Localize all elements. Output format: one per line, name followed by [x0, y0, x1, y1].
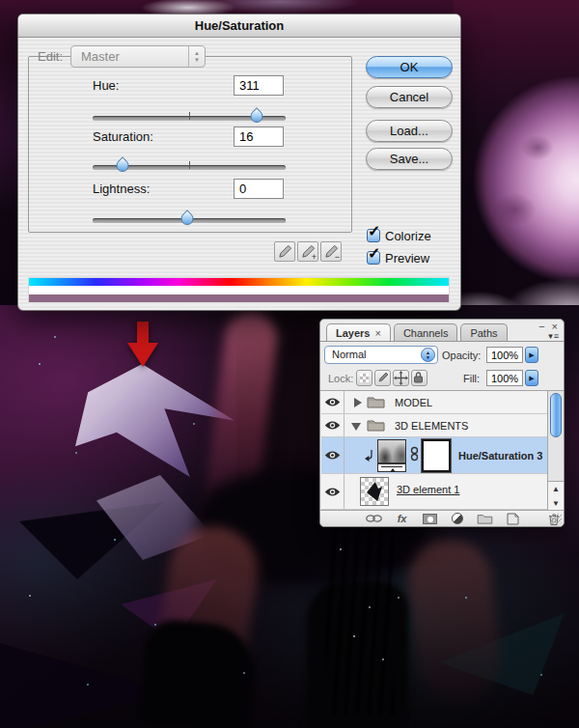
adjustment-groupbox [28, 56, 352, 233]
eyedropper-icon [278, 244, 292, 259]
lock-transparency-button[interactable] [356, 370, 372, 386]
expand-collapsed-icon[interactable] [354, 398, 362, 407]
fill-label: Fill: [463, 373, 480, 384]
mask-link-icon[interactable] [410, 446, 419, 462]
group-folder-icon [367, 418, 385, 432]
layer-row-3d-elements[interactable]: 3D ELEMENTS [321, 414, 547, 437]
panel-menu-icon[interactable]: ▾≡ [548, 331, 560, 341]
blend-mode-value: Normal [332, 349, 366, 360]
lock-pixels-button[interactable] [374, 370, 391, 386]
link-layers-button[interactable] [365, 512, 384, 525]
lock-position-button[interactable] [393, 370, 409, 386]
add-eyedropper-button[interactable]: + [297, 241, 318, 262]
eyedropper-buttons: + − [274, 241, 342, 262]
saturation-label: Saturation: [93, 129, 153, 144]
slider-center-tick [189, 112, 190, 120]
load-button[interactable]: Load... [366, 120, 453, 142]
dialog-titlebar[interactable]: Hue/Saturation [18, 14, 460, 38]
opacity-label: Opacity: [442, 350, 481, 361]
panel-footer-toolbar: fx [320, 510, 564, 526]
lightness-input[interactable] [234, 179, 284, 199]
dropdown-stepper-icon[interactable]: ▲ ▼ [421, 348, 435, 362]
scroll-up-icon[interactable]: ▲ [548, 482, 564, 496]
new-group-button[interactable] [476, 512, 495, 525]
source-hue-spectrum-bar [29, 278, 449, 286]
transparency-icon [360, 374, 369, 382]
moon-crater [492, 193, 537, 226]
edit-channel-value: Master [81, 49, 120, 64]
visibility-eye-icon[interactable] [324, 420, 341, 431]
layer-row-3d-element-1[interactable]: 3D element 1 [321, 474, 547, 510]
adjustment-slider-icon [377, 463, 406, 472]
new-adjustment-layer-button[interactable] [448, 512, 467, 525]
dropdown-stepper-icon[interactable]: ▲ ▼ [188, 46, 205, 67]
tab-channels[interactable]: Channels [394, 323, 457, 342]
panel-tabs: Layers× Channels Paths [326, 323, 508, 342]
new-layer-button[interactable] [504, 512, 523, 525]
opacity-input[interactable] [486, 347, 523, 363]
clipping-mask-arrow-icon [364, 449, 374, 462]
visibility-eye-icon[interactable] [324, 397, 341, 407]
cancel-button[interactable]: Cancel [366, 86, 453, 108]
sparkle-dots [0, 305, 2, 307]
layer-row-model[interactable]: MODEL [321, 391, 547, 414]
save-button[interactable]: Save... [366, 148, 453, 170]
fill-input[interactable] [486, 370, 523, 386]
fill-arrow-button[interactable]: ▶ [525, 370, 538, 386]
hue-saturation-dialog: Hue/Saturation Edit: Master ▲ ▼ Hue: Sat… [17, 14, 461, 311]
blend-mode-dropdown[interactable]: Normal ▲ ▼ [324, 346, 438, 364]
fx-icon: fx [398, 513, 407, 524]
layer-name[interactable]: MODEL [395, 397, 432, 408]
opacity-arrow-button[interactable]: ▶ [525, 347, 538, 363]
adjustment-circle-icon [452, 513, 463, 524]
lock-label: Lock: [328, 373, 353, 384]
moon-crater [521, 135, 554, 160]
checkmark-icon: ✓ [368, 222, 380, 240]
layer-style-button[interactable]: fx [393, 512, 412, 525]
layer-mask-icon [423, 514, 437, 524]
panel-resize-grip[interactable] [551, 514, 562, 524]
subtract-eyedropper-button[interactable]: − [320, 241, 342, 262]
adjustment-layer-thumbnail[interactable] [377, 439, 406, 463]
tab-paths[interactable]: Paths [460, 323, 507, 342]
add-layer-mask-button[interactable] [420, 512, 439, 525]
move-icon [394, 371, 408, 385]
visibility-eye-icon[interactable] [324, 450, 341, 461]
scrollbar-thumb[interactable] [550, 393, 562, 437]
moon-sky-column [454, 0, 579, 322]
lightness-label: Lightness: [93, 182, 150, 196]
group-folder-icon [367, 395, 385, 408]
tab-layers[interactable]: Layers× [326, 323, 391, 342]
sample-eyedropper-button[interactable] [274, 241, 295, 262]
chain-link-icon [366, 514, 382, 523]
colorize-label: Colorize [385, 229, 431, 243]
saturation-slider[interactable] [93, 161, 286, 174]
layer-row-hue-saturation-selected[interactable]: Hue/Saturation 3 [321, 437, 547, 474]
scroll-down-icon[interactable]: ▼ [548, 496, 564, 511]
saturation-input[interactable] [234, 126, 284, 147]
preview-label: Preview [385, 251, 429, 266]
layer-mask-thumbnail[interactable] [422, 439, 451, 472]
padlock-icon [412, 371, 425, 383]
hue-slider[interactable] [93, 112, 286, 125]
layer-list: MODEL 3D ELEMENTS [321, 391, 564, 511]
result-color-bar [29, 294, 449, 302]
expand-expanded-icon[interactable] [351, 423, 361, 431]
lock-all-button[interactable] [411, 370, 427, 386]
slider-center-tick [189, 161, 190, 169]
hue-input[interactable] [234, 75, 284, 96]
layer-name[interactable]: 3D ELEMENTS [395, 420, 468, 432]
hue-spectrum-area [28, 277, 450, 302]
layer-name[interactable]: 3D element 1 [397, 484, 459, 495]
layer-list-scrollbar[interactable]: ▲ ▼ [547, 391, 564, 511]
minimize-icon[interactable]: − [538, 322, 544, 332]
layers-panel: − × Layers× Channels Paths ▾≡ Normal ▲ ▼… [319, 319, 565, 527]
tab-close-icon[interactable]: × [374, 327, 380, 339]
lightness-slider[interactable] [93, 214, 286, 227]
checkmark-icon: ✓ [368, 244, 380, 263]
layer-thumbnail[interactable] [360, 477, 389, 506]
layer-name[interactable]: Hue/Saturation 3 [458, 450, 542, 462]
visibility-eye-icon[interactable] [324, 487, 341, 497]
edit-channel-dropdown[interactable]: Master ▲ ▼ [70, 45, 206, 68]
ok-button[interactable]: OK [366, 56, 453, 78]
